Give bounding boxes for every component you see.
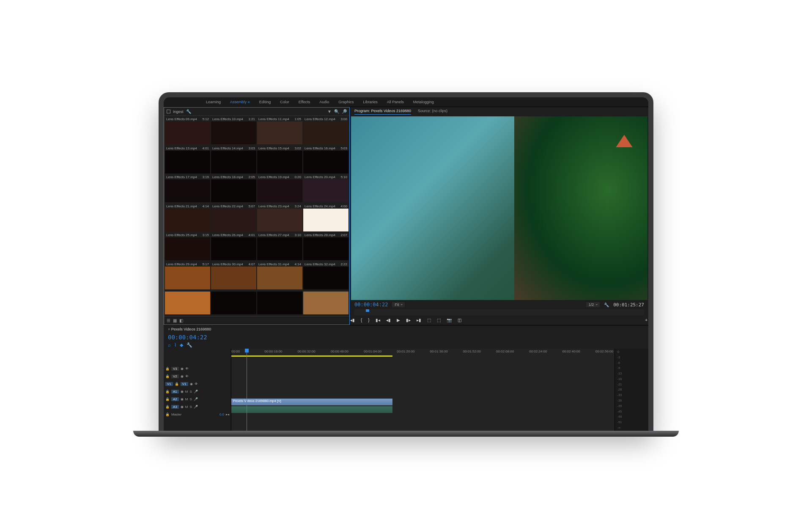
clip-thumbnail[interactable]	[257, 267, 302, 289]
media-clip[interactable]: Lens Effects 09.mp45:12	[165, 117, 210, 145]
clip-thumbnail[interactable]	[211, 237, 256, 260]
media-clip[interactable]: Lens Effects 18.mp42:05	[211, 175, 256, 203]
out-bracket-icon[interactable]: }	[368, 318, 369, 322]
extract-icon[interactable]: ⬚	[437, 318, 441, 322]
workspace-tab-libraries[interactable]: Libraries	[363, 100, 378, 104]
clip-thumbnail[interactable]	[257, 209, 302, 231]
program-tab[interactable]: Program: Pexels Videos 2169880	[354, 109, 411, 115]
track-v2[interactable]: 🔒V2◉👁	[164, 372, 231, 380]
clip-thumbnail[interactable]	[303, 179, 348, 202]
clip-thumbnail[interactable]	[165, 151, 210, 173]
media-clip[interactable]: Lens Effects 26.mp44:01	[211, 233, 256, 261]
clip-thumbnail[interactable]	[257, 121, 302, 144]
clip-thumbnail[interactable]	[303, 237, 348, 260]
track-master[interactable]: 🔒Master0.0▸◂	[164, 410, 231, 418]
clip-thumbnail[interactable]	[165, 209, 210, 231]
export-frame-icon[interactable]: 📷	[447, 318, 452, 322]
media-clip[interactable]: Lens Effects 20.mp45:10	[303, 175, 348, 203]
media-clip[interactable]	[211, 291, 256, 315]
clip-grid[interactable]: Lens Effects 09.mp45:12Lens Effects 10.m…	[164, 116, 349, 316]
clip-thumbnail[interactable]	[303, 292, 348, 314]
media-clip[interactable]: Lens Effects 14.mp43:03	[211, 146, 256, 174]
workspace-tab-assembly[interactable]: Assembly ≡	[230, 100, 250, 104]
media-clip[interactable]: Lens Effects 16.mp45:03	[303, 146, 348, 174]
ingest-checkbox[interactable]	[167, 110, 170, 113]
media-clip[interactable]	[303, 291, 348, 315]
track-v3[interactable]: 🔒V3◉👁	[164, 365, 231, 372]
clip-thumbnail[interactable]	[257, 292, 302, 314]
workspace-tab-metalogging[interactable]: Metalogging	[413, 100, 434, 104]
media-clip[interactable]: Lens Effects 13.mp44:01	[165, 146, 210, 174]
clip-thumbnail[interactable]	[211, 179, 256, 202]
program-current-tc[interactable]: 00:00:04:22	[354, 302, 388, 308]
media-clip[interactable]: Lens Effects 27.mp43:10	[257, 233, 302, 261]
media-clip[interactable]: Lens Effects 25.mp43:15	[165, 233, 210, 261]
clip-thumbnail[interactable]	[211, 209, 256, 231]
media-clip[interactable]: Lens Effects 19.mp40:20	[257, 175, 302, 203]
linked-sel-icon[interactable]: ⌇	[174, 342, 176, 348]
media-clip[interactable]: Lens Effects 24.mp44:00	[303, 204, 348, 232]
clip-thumbnail[interactable]	[257, 237, 302, 260]
clip-thumbnail[interactable]	[303, 209, 348, 231]
clip-thumbnail[interactable]	[303, 151, 348, 173]
program-monitor[interactable]	[351, 116, 647, 300]
media-clip[interactable]	[165, 291, 210, 315]
goto-in-icon[interactable]: ▮◂	[376, 318, 380, 322]
track-v1[interactable]: V1🔒V1◉👁	[164, 380, 231, 388]
filter-icon[interactable]: ▼	[327, 109, 332, 114]
playhead[interactable]	[247, 349, 247, 431]
program-scrubber[interactable]	[354, 309, 644, 315]
workspace-tab-graphics[interactable]: Graphics	[338, 100, 354, 104]
workspace-tab-effects[interactable]: Effects	[299, 100, 310, 104]
clip-thumbnail[interactable]	[211, 121, 256, 144]
add-button-icon[interactable]: +	[645, 318, 647, 322]
list-view-icon[interactable]: ☰	[167, 318, 170, 323]
zoom-dropdown[interactable]: 1/2	[586, 302, 600, 307]
timeline-timecode[interactable]: 00:00:04:22	[164, 333, 648, 341]
timeline-content[interactable]: 00:0000:00:16:0000:00:32:0000:00:48:0000…	[231, 349, 614, 431]
workspace-tab-audio[interactable]: Audio	[319, 100, 329, 104]
clip-thumbnail[interactable]	[165, 267, 210, 289]
media-clip[interactable]: Lens Effects 28.mp42:07	[303, 233, 348, 261]
clip-thumbnail[interactable]	[165, 292, 210, 314]
freeform-icon[interactable]: ◧	[179, 318, 183, 323]
source-tab[interactable]: Source: (no clips)	[418, 109, 447, 115]
goto-out-icon[interactable]: ▸▮	[417, 318, 421, 322]
media-clip[interactable]: Lens Effects 17.mp43:19	[165, 175, 210, 203]
track-a3[interactable]: 🔒A3◉MS🎤	[164, 403, 231, 410]
tl-settings-icon[interactable]: 🔧	[187, 342, 192, 348]
media-clip[interactable]: Lens Effects 31.mp44:14	[257, 262, 302, 290]
work-area-bar[interactable]	[231, 355, 392, 357]
clip-thumbnail[interactable]	[257, 151, 302, 173]
fit-dropdown[interactable]: Fit	[392, 302, 405, 307]
clip-thumbnail[interactable]	[257, 179, 302, 202]
workspace-tab-editing[interactable]: Editing	[259, 100, 271, 104]
clip-thumbnail[interactable]	[165, 179, 210, 202]
step-back-icon[interactable]: ◂▮	[386, 318, 391, 322]
media-clip[interactable]: Lens Effects 29.mp45:17	[165, 262, 210, 290]
workspace-tab-color[interactable]: Color	[280, 100, 289, 104]
sequence-name[interactable]: Pexels Videos 2169880	[168, 327, 211, 331]
workspace-tab-all panels[interactable]: All Panels	[387, 100, 404, 104]
clip-thumbnail[interactable]	[211, 151, 256, 173]
in-bracket-icon[interactable]: {	[361, 318, 362, 322]
workspace-tab-learning[interactable]: Learning	[206, 100, 221, 104]
step-fwd-icon[interactable]: ▮▸	[406, 318, 411, 322]
media-clip[interactable]: Lens Effects 30.mp44:07	[211, 262, 256, 290]
mark-in-icon[interactable]: ◂▮	[350, 318, 355, 322]
media-clip[interactable]: Lens Effects 11.mp41:05	[257, 117, 302, 145]
media-clip[interactable]: Lens Effects 23.mp43:24	[257, 204, 302, 232]
media-clip[interactable]: Lens Effects 21.mp44:14	[165, 204, 210, 232]
settings-icon[interactable]: 🔧	[604, 303, 609, 307]
track-a2[interactable]: 🔒A2◉MS🎤	[164, 395, 231, 403]
track-a1[interactable]: 🔒A1◉MS🎤	[164, 388, 231, 395]
clip-thumbnail[interactable]	[211, 267, 256, 289]
wrench-icon[interactable]: 🔧	[186, 109, 191, 114]
lift-icon[interactable]: ⬚	[427, 318, 431, 322]
audio-clip[interactable]	[231, 406, 392, 413]
media-clip[interactable]: Lens Effects 10.mp41:21	[211, 117, 256, 145]
comparison-icon[interactable]: ◫	[458, 318, 461, 322]
clip-thumbnail[interactable]	[165, 237, 210, 260]
marker-icon[interactable]: ◆	[180, 342, 183, 348]
clip-thumbnail[interactable]	[165, 121, 210, 144]
